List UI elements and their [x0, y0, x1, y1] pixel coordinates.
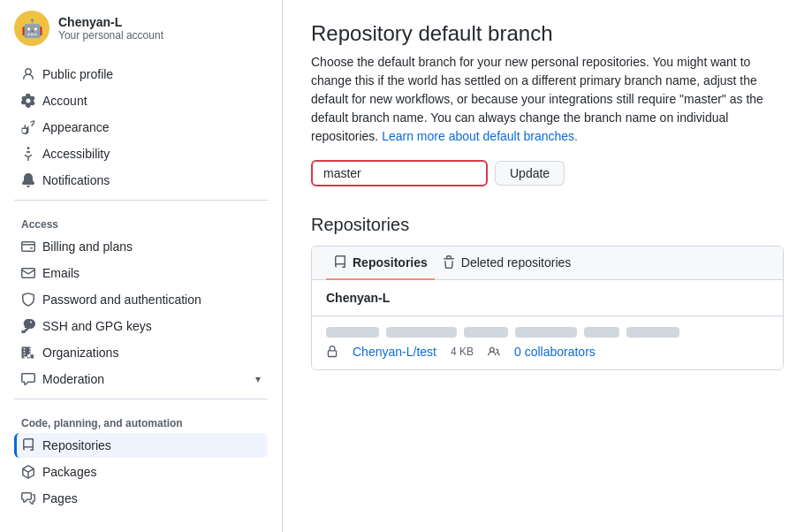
repo-blur-row	[326, 327, 769, 338]
sidebar-item-public-profile[interactable]: Public profile	[14, 62, 268, 87]
avatar: 🤖	[14, 11, 49, 46]
mail-icon	[21, 266, 35, 280]
sidebar-item-label: Billing and plans	[42, 239, 133, 254]
sidebar-item-moderation[interactable]: Moderation ▾	[14, 367, 268, 391]
sidebar-item-emails[interactable]: Emails	[14, 261, 268, 285]
sidebar-item-ssh-gpg[interactable]: SSH and GPG keys	[14, 314, 268, 338]
sidebar-divider	[14, 200, 268, 201]
bell-icon	[21, 173, 35, 187]
repos-section-title: Repositories	[311, 215, 784, 235]
sidebar-item-password[interactable]: Password and authentication	[14, 287, 268, 312]
sidebar-item-label: Appearance	[42, 120, 110, 134]
sidebar-item-label: Public profile	[42, 67, 113, 81]
sidebar-username: Chenyan-L	[58, 15, 163, 29]
sidebar-item-label: Accessibility	[42, 147, 110, 161]
sidebar-main-nav: Public profile Account Appearance	[14, 62, 268, 193]
repo-name-link[interactable]: Chenyan-L/test	[353, 345, 436, 359]
sidebar-user-info: Chenyan-L Your personal account	[58, 15, 163, 42]
repos-tabs-container: Repositories Deleted repositories Chenya…	[311, 246, 784, 370]
collaborators-icon	[488, 346, 500, 358]
chevron-down-icon: ▾	[255, 373, 261, 385]
learn-more-link[interactable]: Learn more about default branches.	[382, 129, 578, 143]
blur-block	[386, 327, 457, 338]
branch-section-title: Repository default branch	[311, 21, 784, 46]
repo-size: 4 KB	[451, 346, 474, 358]
tab-repositories-label: Repositories	[353, 255, 428, 270]
person-icon	[21, 67, 35, 81]
sidebar-item-organizations[interactable]: Organizations	[14, 340, 268, 365]
blur-block	[326, 327, 379, 338]
code-section-label: Code, planning, and automation	[14, 407, 268, 433]
sidebar-item-label: Notifications	[42, 173, 110, 187]
sidebar-item-accessibility[interactable]: Accessibility	[14, 141, 268, 166]
package-icon	[21, 465, 35, 479]
sidebar-item-label: Password and authentication	[42, 293, 201, 307]
sidebar-item-repositories[interactable]: Repositories	[14, 433, 268, 458]
sidebar: 🤖 Chenyan-L Your personal account Public…	[0, 0, 283, 532]
repo-tab-icon	[333, 255, 347, 270]
key-icon	[21, 319, 35, 333]
sidebar-item-label: Account	[42, 94, 87, 108]
sidebar-item-label: Pages	[42, 491, 78, 505]
pages-icon	[21, 491, 35, 505]
sidebar-divider-2	[14, 399, 268, 399]
sidebar-item-label: Packages	[42, 465, 96, 479]
tab-repositories[interactable]: Repositories	[326, 247, 435, 280]
sidebar-header: 🤖 Chenyan-L Your personal account	[14, 0, 268, 55]
sidebar-item-billing[interactable]: Billing and plans	[14, 234, 268, 259]
update-button[interactable]: Update	[495, 161, 565, 186]
main-content: Repository default branch Choose the def…	[283, 0, 812, 532]
blur-block	[626, 327, 679, 338]
sidebar-item-label: Organizations	[42, 346, 118, 360]
comment-icon	[21, 372, 35, 386]
repos-tabs: Repositories Deleted repositories	[312, 247, 783, 280]
blur-block	[584, 327, 619, 338]
repo-item: Chenyan-L/test 4 KB 0 collaborators	[312, 316, 783, 369]
repo-group-header: Chenyan-L	[312, 280, 783, 316]
blur-block	[515, 327, 577, 338]
repo-icon	[21, 438, 35, 452]
paintbrush-icon	[21, 120, 35, 134]
sidebar-item-notifications[interactable]: Notifications	[14, 168, 268, 193]
sidebar-item-label: Emails	[42, 266, 80, 280]
lock-icon	[326, 346, 338, 358]
repo-meta: Chenyan-L/test 4 KB 0 collaborators	[326, 345, 769, 359]
tab-deleted-repositories[interactable]: Deleted repositories	[435, 247, 579, 280]
sidebar-item-pages[interactable]: Pages	[14, 486, 268, 511]
sidebar-item-label: Moderation	[42, 372, 104, 386]
access-section-label: Access	[14, 208, 268, 234]
tab-deleted-repositories-label: Deleted repositories	[461, 255, 572, 270]
shield-icon	[21, 293, 35, 307]
sidebar-item-packages[interactable]: Packages	[14, 460, 268, 484]
gear-icon	[21, 94, 35, 108]
credit-card-icon	[21, 239, 35, 254]
sidebar-subtitle: Your personal account	[58, 29, 163, 42]
trash-icon	[442, 255, 456, 270]
sidebar-item-account[interactable]: Account	[14, 88, 268, 113]
branch-description: Choose the default branch for your new p…	[311, 53, 784, 146]
accessibility-icon	[21, 147, 35, 161]
collaborators-link[interactable]: 0 collaborators	[514, 345, 596, 359]
branch-form: Update	[311, 160, 784, 186]
org-icon	[21, 346, 35, 360]
sidebar-item-label: SSH and GPG keys	[42, 319, 152, 333]
blur-block	[464, 327, 508, 338]
branch-input[interactable]	[311, 160, 488, 186]
sidebar-item-label: Repositories	[42, 438, 111, 452]
sidebar-item-appearance[interactable]: Appearance	[14, 115, 268, 140]
moderation-row: Moderation ▾	[42, 372, 261, 386]
